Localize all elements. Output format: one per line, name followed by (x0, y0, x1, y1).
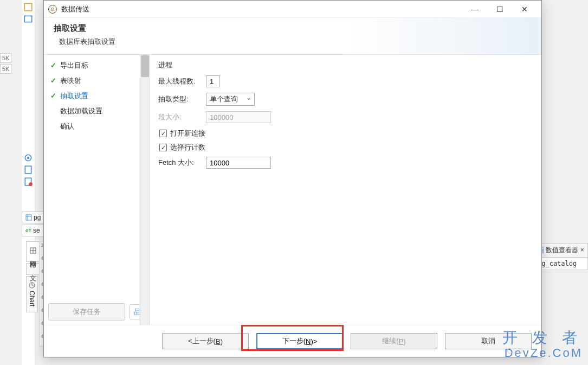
bg-tab-pg[interactable]: pg (22, 212, 44, 223)
scrollbar-thumb[interactable] (141, 55, 149, 77)
value-viewer-tab[interactable]: ▦ 数值查看器 × (534, 244, 587, 258)
minimize-button[interactable]: — (462, 1, 487, 17)
fetch-size-input[interactable] (206, 157, 271, 169)
segment-size-label: 段大小: (158, 112, 202, 122)
grid-icon (30, 247, 36, 254)
maximize-button[interactable]: ☐ (487, 1, 512, 17)
svg-rect-4 (25, 166, 31, 174)
step-table-mapping[interactable]: 表映射 (44, 73, 149, 88)
background-tabs: pg oT se (22, 212, 44, 238)
value-viewer-content: pg_catalog (534, 258, 587, 270)
bg-badge-1: 5K (0, 53, 11, 63)
bg-right-panel: ▦ 数值查看器 × pg_catalog (534, 243, 588, 270)
wizard-sidebar: 导出目标 表映射 抽取设置 数据加载设置 确认 保存任务 品 (44, 55, 150, 325)
fetch-size-label: Fetch 大小: (158, 158, 202, 168)
section-process: 进程 (158, 60, 533, 70)
chart-icon (29, 282, 35, 289)
wizard-steps: 导出目标 表映射 抽取设置 数据加载设置 确认 (44, 55, 149, 299)
bg-icon-2 (23, 14, 33, 24)
settings-content: 进程 最大线程数: 抽取类型: 单个查询 段大小: ✓ 打开新连接 (150, 55, 541, 325)
open-new-conn-checkbox[interactable]: ✓ (159, 130, 167, 137)
step-export-target[interactable]: 导出目标 (44, 58, 149, 73)
doc-icon (23, 165, 33, 175)
vtab-text[interactable]: 文 (26, 263, 40, 275)
dialog-title: 数据传送 (61, 4, 462, 14)
app-icon: ⊙ (48, 5, 57, 14)
doc-alert-icon (23, 177, 33, 187)
step-confirm[interactable]: 确认 (44, 119, 149, 134)
back-button[interactable]: <上一步(B) (162, 333, 249, 349)
max-threads-label: 最大线程数: (158, 76, 202, 86)
vtab-chart[interactable]: Chart (26, 276, 38, 312)
gear-icon (23, 153, 33, 163)
header-subtitle: 数据库表抽取设置 (59, 37, 532, 47)
svg-rect-1 (24, 16, 32, 22)
max-threads-input[interactable] (206, 75, 220, 87)
select-row-count-checkbox[interactable]: ✓ (159, 144, 167, 151)
extract-type-select[interactable]: 单个查询 (206, 93, 255, 106)
open-new-conn-label: 打开新连接 (170, 129, 205, 138)
svg-point-3 (27, 157, 30, 159)
table-icon (25, 214, 32, 221)
continue-button: 继续(P) (351, 333, 437, 349)
close-button[interactable]: ✕ (512, 1, 537, 17)
sidebar-scrollbar[interactable] (140, 55, 149, 325)
step-extract-settings[interactable]: 抽取设置 (44, 88, 149, 104)
select-row-count-label: 选择行计数 (170, 143, 205, 152)
svg-point-6 (29, 182, 33, 186)
titlebar: ⊙ 数据传送 — ☐ ✕ (44, 1, 541, 18)
vtab-grid[interactable]: 网格 (26, 241, 40, 262)
svg-rect-7 (26, 215, 31, 220)
header-title: 抽取设置 (54, 23, 532, 34)
data-transfer-dialog: ⊙ 数据传送 — ☐ ✕ 抽取设置 数据库表抽取设置 导出目标 表映射 抽取设置… (43, 0, 542, 357)
dialog-header: 抽取设置 数据库表抽取设置 (44, 18, 541, 55)
vertical-tabs: 网格 文 Chart (26, 241, 39, 313)
segment-size-input (206, 111, 271, 123)
step-data-load-settings[interactable]: 数据加载设置 (44, 104, 149, 119)
extract-type-label: 抽取类型: (158, 94, 202, 104)
cancel-button[interactable]: 取消 (445, 333, 532, 349)
svg-rect-0 (24, 3, 32, 11)
save-task-button[interactable]: 保存任务 (48, 303, 125, 321)
sql-icon: oT (25, 228, 31, 233)
next-button[interactable]: 下一步(N)> (256, 333, 343, 349)
bg-badge-2: 5K (0, 64, 11, 74)
bg-tab-se[interactable]: oT se (22, 225, 44, 236)
dialog-footer: <上一步(B) 下一步(N)> 继续(P) 取消 (44, 325, 541, 357)
bg-icon-1 (23, 2, 33, 12)
